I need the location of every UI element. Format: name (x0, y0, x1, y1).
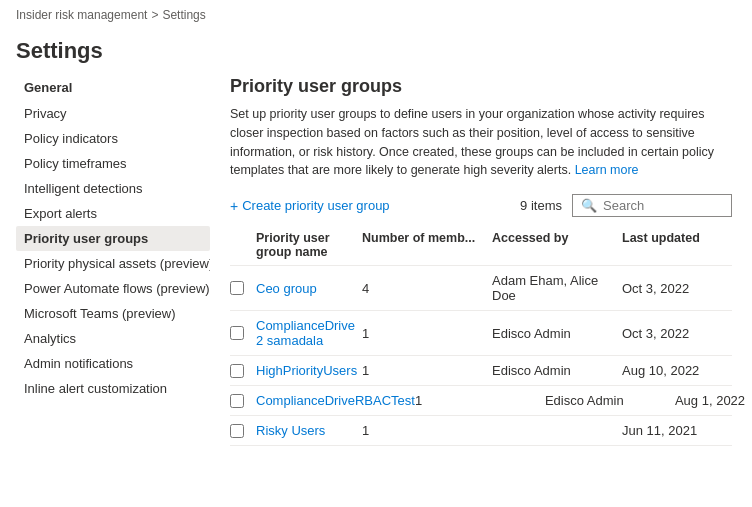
breadcrumb-parent[interactable]: Insider risk management (16, 8, 147, 22)
row-members: 1 (362, 326, 492, 341)
row-members: 1 (362, 423, 492, 438)
table-row: Ceo group 4 Adam Eham, Alice Doe Oct 3, … (230, 266, 732, 311)
row-name[interactable]: Risky Users (256, 423, 362, 438)
table-row: Risky Users 1 Jun 11, 2021 (230, 416, 732, 446)
content-description-text: Set up priority user groups to define us… (230, 107, 714, 177)
row-name[interactable]: ComplianceDrive 2 samadala (256, 318, 362, 348)
search-box[interactable]: 🔍 (572, 194, 732, 217)
row-members: 1 (415, 393, 545, 408)
table-row: ComplianceDrive 2 samadala 1 Edisco Admi… (230, 311, 732, 356)
content-title: Priority user groups (230, 76, 732, 97)
header-accessed-col: Accessed by (492, 231, 622, 259)
row-checkbox[interactable] (230, 424, 244, 438)
row-accessed-by: Edisco Admin (545, 393, 675, 408)
sidebar-item-policy-indicators[interactable]: Policy indicators (16, 126, 210, 151)
table-row: ComplianceDriveRBACTest 1 Edisco Admin A… (230, 386, 732, 416)
row-checkbox-col[interactable] (230, 281, 256, 295)
row-last-updated: Aug 1, 2022 (675, 393, 752, 408)
sidebar-item-priority-user-groups[interactable]: Priority user groups (16, 226, 210, 251)
row-accessed-by: Edisco Admin (492, 326, 622, 341)
row-checkbox[interactable] (230, 281, 244, 295)
row-accessed-by: Edisco Admin (492, 363, 622, 378)
sidebar: General PrivacyPolicy indicatorsPolicy t… (0, 76, 210, 503)
header-updated-col: Last updated (622, 231, 732, 259)
header-check-col (230, 231, 256, 259)
sidebar-item-admin-notifications[interactable]: Admin notifications (16, 351, 210, 376)
row-members: 4 (362, 281, 492, 296)
content-description: Set up priority user groups to define us… (230, 105, 732, 180)
row-last-updated: Oct 3, 2022 (622, 326, 732, 341)
breadcrumb-separator: > (151, 8, 158, 22)
sidebar-item-microsoft-teams-preview[interactable]: Microsoft Teams (preview) (16, 301, 210, 326)
row-checkbox[interactable] (230, 364, 244, 378)
row-name[interactable]: HighPriorityUsers (256, 363, 362, 378)
sidebar-item-privacy[interactable]: Privacy (16, 101, 210, 126)
items-count: 9 items (520, 198, 562, 213)
header-name-col: Priority user group name (256, 231, 362, 259)
sidebar-item-priority-physical-assets-preview[interactable]: Priority physical assets (preview) (16, 251, 210, 276)
row-last-updated: Aug 10, 2022 (622, 363, 732, 378)
search-icon: 🔍 (581, 198, 597, 213)
priority-user-groups-table: Priority user group name Number of memb.… (230, 225, 732, 446)
content-area: Priority user groups Set up priority use… (210, 76, 752, 503)
page-title: Settings (0, 30, 752, 76)
sidebar-section-title: General (16, 76, 210, 101)
row-checkbox-col[interactable] (230, 326, 256, 340)
breadcrumb: Insider risk management > Settings (0, 0, 752, 30)
sidebar-item-inline-alert-customization[interactable]: Inline alert customization (16, 376, 210, 401)
row-last-updated: Jun 11, 2021 (622, 423, 732, 438)
sidebar-item-analytics[interactable]: Analytics (16, 326, 210, 351)
plus-icon: + (230, 198, 238, 214)
create-button-label: Create priority user group (242, 198, 389, 213)
search-input[interactable] (603, 198, 723, 213)
table-row: HighPriorityUsers 1 Edisco Admin Aug 10,… (230, 356, 732, 386)
row-checkbox[interactable] (230, 326, 244, 340)
row-checkbox-col[interactable] (230, 424, 256, 438)
toolbar-right: 9 items 🔍 (520, 194, 732, 217)
sidebar-item-export-alerts[interactable]: Export alerts (16, 201, 210, 226)
row-checkbox-col[interactable] (230, 394, 256, 408)
toolbar: + Create priority user group 9 items 🔍 (230, 194, 732, 217)
learn-more-link[interactable]: Learn more (575, 163, 639, 177)
row-accessed-by: Adam Eham, Alice Doe (492, 273, 622, 303)
row-checkbox-col[interactable] (230, 364, 256, 378)
sidebar-item-policy-timeframes[interactable]: Policy timeframes (16, 151, 210, 176)
main-layout: General PrivacyPolicy indicatorsPolicy t… (0, 76, 752, 503)
row-name[interactable]: Ceo group (256, 281, 362, 296)
header-members-col: Number of memb... (362, 231, 492, 259)
create-priority-user-group-button[interactable]: + Create priority user group (230, 198, 390, 214)
row-last-updated: Oct 3, 2022 (622, 281, 732, 296)
sidebar-item-power-automate-flows-preview[interactable]: Power Automate flows (preview) (16, 276, 210, 301)
breadcrumb-current: Settings (162, 8, 205, 22)
sidebar-item-intelligent-detections[interactable]: Intelligent detections (16, 176, 210, 201)
table-header: Priority user group name Number of memb.… (230, 225, 732, 266)
row-members: 1 (362, 363, 492, 378)
row-name[interactable]: ComplianceDriveRBACTest (256, 393, 415, 408)
row-checkbox[interactable] (230, 394, 244, 408)
